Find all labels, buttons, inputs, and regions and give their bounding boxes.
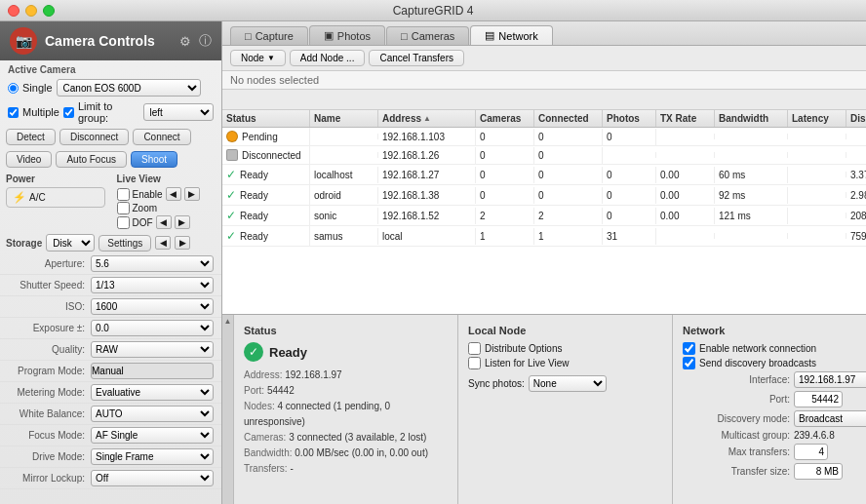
enable-network-label: Enable network connection <box>699 343 816 354</box>
sync-select[interactable]: None <box>529 375 607 392</box>
table-cell-5-0: ✓Ready <box>222 226 310 246</box>
param-select-9[interactable]: Single Frame <box>91 448 214 465</box>
scroll-up[interactable]: ▲ <box>224 317 232 326</box>
no-nodes-bar: No nodes selected <box>222 71 866 90</box>
status-transfers: - <box>290 463 293 474</box>
tab-photos[interactable]: ▣ Photos <box>309 25 385 45</box>
interface-select[interactable]: 192.168.1.97 <box>794 371 866 388</box>
table-cell-0-3: 0 <box>476 129 534 145</box>
table-cell-0-1 <box>310 134 378 139</box>
table-row[interactable]: ✓Readyodroid192.168.1.380000.0092 ms2.98… <box>222 185 866 206</box>
shoot-button[interactable]: Shoot <box>131 151 177 168</box>
param-select-4[interactable]: RAW <box>91 341 214 358</box>
status-panel: Status ✓ Ready Address: 192.168.1.97 Por… <box>234 315 458 504</box>
settings-button[interactable]: Settings <box>98 235 151 252</box>
zoom-checkbox[interactable] <box>117 202 130 214</box>
param-select-3[interactable]: 0.0 <box>91 320 214 336</box>
multiple-checkbox[interactable] <box>8 107 19 118</box>
table-cell-5-1: samus <box>310 228 378 245</box>
param-select-2[interactable]: 1600 <box>91 298 214 315</box>
param-label-10: Mirror Lockup: <box>8 473 91 484</box>
storage-left-arrow[interactable]: ◀ <box>155 236 171 250</box>
camera-icon: 📷 <box>10 27 37 55</box>
node-button[interactable]: Node ▼ <box>230 50 286 66</box>
tab-capture[interactable]: □ Capture <box>230 26 308 45</box>
lv-left-arrow[interactable]: ◀ <box>166 187 181 201</box>
table-row[interactable]: ✓Readylocalhost192.168.1.270000.0060 ms3… <box>222 165 866 185</box>
tab-bar: □ Capture ▣ Photos □ Cameras ▤ Network 3… <box>222 21 866 46</box>
table-cell-5-7 <box>715 233 788 239</box>
status-address: 192.168.1.97 <box>285 369 341 380</box>
table-cell-0-4: 0 <box>534 129 603 145</box>
gear-icon[interactable]: ⚙ <box>179 34 191 49</box>
status-ready-check: ✓ <box>226 188 236 202</box>
cancel-transfers-button[interactable]: Cancel Transfers <box>369 50 464 66</box>
table-cell-1-1 <box>310 152 378 158</box>
connect-button[interactable]: Connect <box>133 129 190 145</box>
table-row[interactable]: Pending192.168.1.103000 <box>222 128 866 146</box>
dof-checkbox[interactable] <box>117 216 130 229</box>
camera-model-select[interactable]: Canon EOS 600D <box>57 79 201 97</box>
status-ready-label: Ready <box>269 345 307 360</box>
panel-header: 📷 Camera Controls ⚙ ⓘ <box>0 21 221 60</box>
send-discovery-checkbox[interactable] <box>683 357 695 369</box>
disconnect-button[interactable]: Disconnect <box>59 129 129 145</box>
table-cell-1-4: 0 <box>534 147 603 164</box>
tab-cameras[interactable]: □ Cameras <box>386 26 469 45</box>
dof-right-arrow[interactable]: ▶ <box>175 215 190 229</box>
discovery-select[interactable]: Broadcast <box>794 410 866 427</box>
param-select-0[interactable]: 5.6 <box>91 255 214 272</box>
autofocus-button[interactable]: Auto Focus <box>56 151 127 168</box>
dof-left-arrow[interactable]: ◀ <box>156 215 172 229</box>
table-cell-1-9 <box>846 152 866 158</box>
enable-network-checkbox[interactable] <box>683 342 695 355</box>
sync-row: Sync photos: None <box>468 375 662 392</box>
param-select-1[interactable]: 1/13 <box>91 277 214 293</box>
col-header-photos: Photos <box>603 110 656 127</box>
power-box: ⚡ A/C <box>6 187 105 208</box>
max-transfers-input[interactable]: 4 <box>794 444 828 460</box>
param-label-2: ISO: <box>8 301 91 312</box>
table-row[interactable]: Disconnected192.168.1.2600 <box>222 146 866 165</box>
distribute-checkbox[interactable] <box>468 342 481 355</box>
storage-right-arrow[interactable]: ▶ <box>175 236 190 250</box>
lv-right-arrow[interactable]: ▶ <box>184 187 200 201</box>
param-label-0: Aperture: <box>8 258 91 269</box>
transfer-size-input[interactable]: 8 MB <box>794 463 843 480</box>
enable-label: Enable <box>133 189 163 200</box>
max-transfers-row: Max transfers: 4 <box>683 444 866 460</box>
single-radio[interactable] <box>8 83 19 94</box>
param-input-5[interactable] <box>91 363 214 379</box>
table-cell-3-6: 0.00 <box>656 187 715 204</box>
video-button[interactable]: Video <box>6 151 52 168</box>
table-cell-0-7 <box>715 134 788 139</box>
tab-network[interactable]: ▤ Network <box>470 25 552 45</box>
param-select-8[interactable]: AF Single <box>91 427 214 444</box>
table-row[interactable]: ✓Readysamuslocal1131759.68 GBv4.607.07.2… <box>222 226 866 247</box>
info-icon[interactable]: ⓘ <box>199 32 212 50</box>
storage-select[interactable]: Disk <box>46 234 95 252</box>
maximize-button[interactable] <box>43 5 55 17</box>
detect-button[interactable]: Detect <box>6 129 56 145</box>
table-cell-5-5: 31 <box>603 228 656 245</box>
port-input[interactable]: 54442 <box>794 391 843 407</box>
param-select-10[interactable]: Off <box>91 470 214 486</box>
param-select-6[interactable]: Evaluative <box>91 384 214 401</box>
col-header-bandwidth: Bandwidth <box>715 110 788 127</box>
param-select-7[interactable]: AUTO <box>91 406 214 422</box>
left-panel: 📷 Camera Controls ⚙ ⓘ Active Camera Sing… <box>0 21 222 504</box>
enable-checkbox[interactable] <box>117 188 130 201</box>
limit-group-checkbox[interactable] <box>63 107 74 118</box>
col-header-name: Name <box>310 110 378 127</box>
add-node-button[interactable]: Add Node ... <box>290 50 366 66</box>
minimize-button[interactable] <box>25 5 37 17</box>
close-button[interactable] <box>8 5 20 17</box>
table-row[interactable]: ✓Readysonic192.168.1.522200.00121 ms208.… <box>222 206 866 226</box>
table-cell-1-2: 192.168.1.26 <box>378 147 476 164</box>
group-select[interactable]: left <box>143 103 214 121</box>
table-cell-2-7: 60 ms <box>715 167 788 183</box>
table-cell-5-4: 1 <box>534 228 603 245</box>
listen-liveview-checkbox[interactable] <box>468 357 481 369</box>
node-btn-label: Node <box>241 53 264 63</box>
table-cell-2-4: 0 <box>534 167 603 183</box>
